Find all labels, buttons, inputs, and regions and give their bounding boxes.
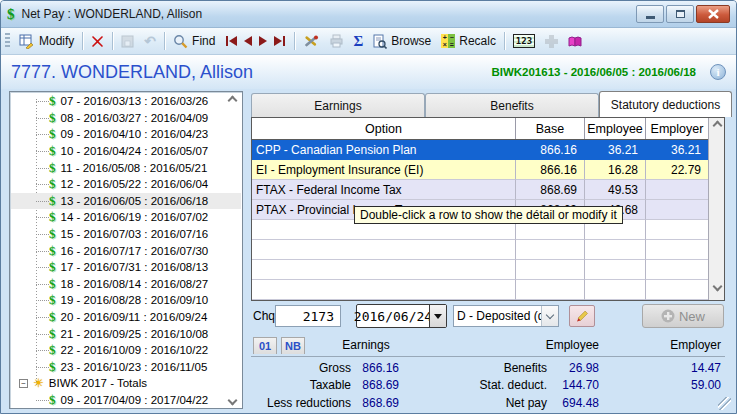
last-record-button[interactable]	[274, 36, 285, 46]
tree-item-pay-period[interactable]: $20 - 2016/09/11 : 2016/09/24	[11, 309, 241, 326]
scroll-down-button[interactable]	[709, 283, 725, 299]
dollar-icon: $	[49, 126, 56, 142]
maximize-button[interactable]	[666, 5, 694, 23]
summary-label1: Less reductions	[251, 396, 351, 410]
tree-item-label: 21 - 2016/09/25 : 2016/10/08	[61, 328, 209, 340]
calculator-button[interactable]: 123	[508, 32, 540, 50]
find-label: Find	[192, 34, 215, 48]
tools-button[interactable]	[298, 32, 324, 51]
print-button[interactable]	[324, 32, 349, 50]
last-record-icon	[274, 36, 282, 46]
tree-item-pay-period[interactable]: $15 - 2016/07/03 : 2016/07/16	[11, 226, 241, 243]
tree-item-pay-period[interactable]: $17 - 2016/07/31 : 2016/08/13	[11, 259, 241, 276]
tree-item-pay-period[interactable]: $23 - 2016/10/23 : 2016/11/05	[11, 359, 241, 376]
deduction-row[interactable]: FTAX - Federal Income Tax868.6949.53	[252, 180, 708, 200]
edit-cheque-button[interactable]	[569, 305, 595, 327]
sum-button[interactable]: Σ	[349, 33, 367, 50]
resize-grip[interactable]	[718, 397, 731, 410]
dollar-icon: $	[49, 392, 56, 408]
separator	[82, 32, 83, 50]
tree-item-pay-period[interactable]: $07 - 2016/03/13 : 2016/03/26	[11, 93, 241, 110]
printer-icon	[329, 34, 344, 48]
tree-item-pay-period[interactable]: $22 - 2016/10/09 : 2016/10/22	[11, 342, 241, 359]
tab-benefits[interactable]: Benefits	[425, 93, 599, 117]
next-record-button[interactable]	[259, 36, 267, 46]
dollar-icon: $	[49, 143, 56, 159]
summary-row: Less reductions868.69Net pay694.48	[251, 394, 725, 412]
tree-item-pay-period[interactable]: $09 - 2016/04/10 : 2016/04/23	[11, 126, 241, 143]
tree-item-pay-period[interactable]: $21 - 2016/09/25 : 2016/10/08	[11, 325, 241, 342]
minimize-button[interactable]	[636, 5, 664, 23]
modify-button[interactable]: Modify	[14, 32, 79, 51]
summary-header: 01 NB Earnings Employee Employer	[251, 336, 725, 356]
tab-statutory-deductions[interactable]: Statutory deductions	[599, 91, 732, 117]
undo-button[interactable]: ↶	[139, 31, 161, 51]
tree-item-pay-period[interactable]: $14 - 2016/06/19 : 2016/07/02	[11, 209, 241, 226]
tree-connector	[36, 201, 49, 202]
cheque-date-picker[interactable]: 2016/06/24	[356, 304, 447, 328]
add-button[interactable]	[540, 33, 563, 50]
summary-divider	[251, 356, 725, 357]
tree-item-pay-period[interactable]: $18 - 2016/08/14 : 2016/08/27	[11, 276, 241, 293]
dollar-icon: $	[49, 193, 56, 209]
empty-table-row	[252, 260, 708, 280]
cell-employer: 36.21	[646, 140, 708, 160]
tree-item-pay-period[interactable]: $13 - 2016/06/05 : 2016/06/18	[11, 193, 241, 210]
close-button[interactable]	[696, 5, 730, 23]
new-cheque-button[interactable]: New	[642, 304, 724, 328]
info-icon[interactable]: i	[710, 64, 726, 80]
cell-employee: 16.28	[585, 160, 646, 180]
browse-button[interactable]: Browse	[367, 32, 436, 51]
deduction-row[interactable]: CPP - Canadian Pension Plan866.1636.2136…	[252, 140, 708, 160]
delete-button[interactable]	[86, 33, 109, 50]
toolbar-grip[interactable]	[5, 33, 10, 49]
summary-value2: 26.98	[547, 361, 599, 375]
first-record-button[interactable]	[226, 36, 237, 46]
pay-number-badge[interactable]: 01	[253, 337, 277, 354]
tree-item-pay-period[interactable]: $10 - 2016/04/24 : 2016/05/07	[11, 143, 241, 160]
record-header: 7777. WONDERLAND, Allison BIWK201613 - 2…	[1, 55, 736, 89]
caret-down-icon	[434, 314, 442, 319]
tree-item-label: BIWK 2017 - Totals	[49, 377, 147, 389]
table-scrollbar[interactable]	[708, 118, 724, 300]
scroll-up-button[interactable]	[709, 119, 725, 135]
deposit-dropdown-button[interactable]	[541, 306, 558, 326]
tree-item-label: 14 - 2016/06/19 : 2016/07/02	[61, 211, 209, 223]
tree-item-label: 17 - 2016/07/31 : 2016/08/13	[61, 261, 209, 273]
province-badge[interactable]: NB	[281, 337, 305, 354]
cheque-date-value[interactable]: 2016/06/24	[357, 305, 429, 327]
tree-item-label: 09 - 2017/04/09 : 2017/04/22	[61, 394, 209, 406]
deposit-type-select[interactable]: D - Deposited (dire	[453, 305, 559, 327]
tab-bar: Earnings Benefits Statutory deductions	[251, 91, 732, 117]
cell-base: 866.16	[516, 140, 585, 160]
date-dropdown-button[interactable]	[429, 305, 446, 327]
help-book-button[interactable]	[563, 33, 588, 50]
tree-scroll-up[interactable]	[229, 94, 239, 104]
cell-option	[252, 260, 516, 280]
cell-employer	[646, 260, 708, 280]
save-button[interactable]	[116, 33, 139, 50]
cell-employer: 22.79	[646, 160, 708, 180]
deduction-row[interactable]: EI - Employment Insurance (EI)866.1616.2…	[252, 160, 708, 180]
tab-earnings[interactable]: Earnings	[251, 93, 425, 117]
tree-item-pay-period[interactable]: $19 - 2016/08/28 : 2016/09/10	[11, 292, 241, 309]
table-header: Option Base Employee Employer	[252, 118, 708, 140]
collapse-box-icon[interactable]: −	[19, 379, 28, 388]
previous-record-button[interactable]	[244, 36, 252, 46]
find-button[interactable]: Find	[168, 32, 220, 51]
tree-node-totals[interactable]: −☀BIWK 2017 - Totals	[11, 375, 241, 392]
pay-summary: 01 NB Earnings Employee Employer Gross86…	[251, 336, 725, 411]
chevron-down-icon	[546, 310, 554, 318]
recalc-button[interactable]: +− ×= Recalc	[436, 32, 501, 50]
tree-item-pay-period[interactable]: $09 - 2017/04/09 : 2017/04/22	[11, 392, 241, 409]
tree-item-pay-period[interactable]: $08 - 2016/03/27 : 2016/04/09	[11, 110, 241, 127]
tree-item-pay-period[interactable]: $16 - 2016/07/17 : 2016/07/30	[11, 242, 241, 259]
tree-item-pay-period[interactable]: $12 - 2016/05/22 : 2016/06/04	[11, 176, 241, 193]
tree-item-pay-period[interactable]: $11 - 2016/05/08 : 2016/05/21	[11, 159, 241, 176]
summary-column-employer: Employer	[670, 338, 721, 352]
cell-option	[252, 240, 516, 260]
net-pay-window: $ Net Pay : WONDERLAND, Allison Modify	[0, 0, 737, 414]
dollar-icon: $	[49, 110, 56, 126]
tree-scroll-down[interactable]	[229, 394, 239, 404]
cheque-number-input[interactable]	[275, 305, 341, 327]
